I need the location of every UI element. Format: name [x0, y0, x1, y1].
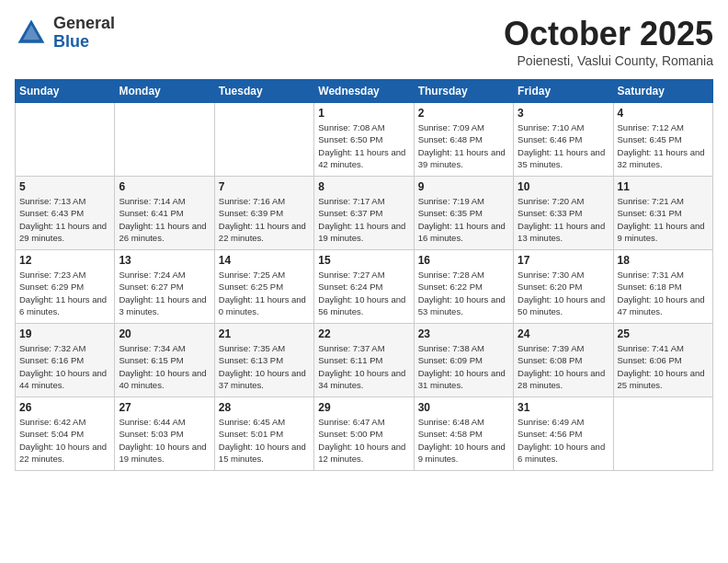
day-info: Sunrise: 7:27 AM Sunset: 6:24 PM Dayligh… — [318, 269, 409, 317]
day-info: Sunrise: 7:38 AM Sunset: 6:09 PM Dayligh… — [418, 342, 509, 391]
calendar-cell — [613, 397, 712, 471]
calendar-cell: 8Sunrise: 7:17 AM Sunset: 6:37 PM Daylig… — [314, 177, 414, 250]
header-day: Thursday — [414, 80, 513, 103]
day-number: 19 — [19, 327, 110, 340]
day-number: 22 — [318, 327, 409, 340]
day-info: Sunrise: 7:35 AM Sunset: 6:13 PM Dayligh… — [219, 342, 310, 391]
day-number: 6 — [119, 180, 210, 193]
calendar-week-row: 5Sunrise: 7:13 AM Sunset: 6:43 PM Daylig… — [16, 177, 713, 250]
day-info: Sunrise: 7:28 AM Sunset: 6:22 PM Dayligh… — [418, 269, 509, 317]
calendar-cell — [214, 103, 313, 177]
title-block: October 2025 Poienesti, Vaslui County, R… — [504, 15, 713, 68]
calendar-cell: 24Sunrise: 7:39 AM Sunset: 6:08 PM Dayli… — [514, 324, 613, 397]
page-header: General Blue October 2025 Poienesti, Vas… — [15, 15, 713, 68]
day-number: 2 — [418, 107, 509, 120]
day-info: Sunrise: 7:09 AM Sunset: 6:48 PM Dayligh… — [418, 121, 509, 170]
day-info: Sunrise: 7:24 AM Sunset: 6:27 PM Dayligh… — [119, 269, 210, 317]
header-day: Friday — [514, 80, 613, 103]
day-number: 29 — [318, 401, 409, 414]
day-info: Sunrise: 7:23 AM Sunset: 6:29 PM Dayligh… — [19, 269, 110, 317]
day-info: Sunrise: 7:14 AM Sunset: 6:41 PM Dayligh… — [119, 195, 210, 244]
day-info: Sunrise: 7:21 AM Sunset: 6:31 PM Dayligh… — [618, 195, 709, 244]
location: Poienesti, Vaslui County, Romania — [504, 53, 713, 68]
calendar-cell: 15Sunrise: 7:27 AM Sunset: 6:24 PM Dayli… — [314, 250, 414, 324]
calendar-week-row: 19Sunrise: 7:32 AM Sunset: 6:16 PM Dayli… — [16, 324, 713, 397]
day-number: 24 — [518, 327, 609, 340]
logo-icon — [15, 17, 48, 50]
day-number: 1 — [318, 107, 409, 120]
logo-blue-text: Blue — [53, 33, 115, 52]
calendar-cell: 3Sunrise: 7:10 AM Sunset: 6:46 PM Daylig… — [514, 103, 613, 177]
day-info: Sunrise: 6:42 AM Sunset: 5:04 PM Dayligh… — [19, 416, 110, 465]
day-info: Sunrise: 7:10 AM Sunset: 6:46 PM Dayligh… — [518, 121, 609, 170]
day-info: Sunrise: 6:45 AM Sunset: 5:01 PM Dayligh… — [219, 416, 310, 465]
day-info: Sunrise: 6:48 AM Sunset: 4:58 PM Dayligh… — [418, 416, 509, 465]
calendar-cell: 22Sunrise: 7:37 AM Sunset: 6:11 PM Dayli… — [314, 324, 414, 397]
calendar-cell: 29Sunrise: 6:47 AM Sunset: 5:00 PM Dayli… — [314, 397, 414, 471]
calendar-cell: 26Sunrise: 6:42 AM Sunset: 5:04 PM Dayli… — [16, 397, 115, 471]
header-day: Wednesday — [314, 80, 414, 103]
calendar-cell: 31Sunrise: 6:49 AM Sunset: 4:56 PM Dayli… — [514, 397, 613, 471]
calendar-cell: 16Sunrise: 7:28 AM Sunset: 6:22 PM Dayli… — [414, 250, 513, 324]
day-number: 27 — [119, 401, 210, 414]
day-info: Sunrise: 6:49 AM Sunset: 4:56 PM Dayligh… — [518, 416, 609, 465]
day-number: 4 — [618, 107, 709, 120]
day-number: 7 — [219, 180, 310, 193]
day-number: 25 — [618, 327, 709, 340]
month-title: October 2025 — [504, 15, 713, 53]
header-day: Saturday — [613, 80, 712, 103]
day-number: 20 — [119, 327, 210, 340]
day-info: Sunrise: 7:13 AM Sunset: 6:43 PM Dayligh… — [19, 195, 110, 244]
calendar-cell: 10Sunrise: 7:20 AM Sunset: 6:33 PM Dayli… — [514, 177, 613, 250]
calendar-cell: 21Sunrise: 7:35 AM Sunset: 6:13 PM Dayli… — [214, 324, 313, 397]
day-info: Sunrise: 6:44 AM Sunset: 5:03 PM Dayligh… — [119, 416, 210, 465]
day-number: 10 — [518, 180, 609, 193]
day-number: 13 — [119, 254, 210, 267]
calendar-cell: 25Sunrise: 7:41 AM Sunset: 6:06 PM Dayli… — [613, 324, 712, 397]
calendar-week-row: 12Sunrise: 7:23 AM Sunset: 6:29 PM Dayli… — [16, 250, 713, 324]
logo: General Blue — [15, 15, 115, 52]
logo-general-text: General — [53, 15, 115, 33]
day-info: Sunrise: 7:25 AM Sunset: 6:25 PM Dayligh… — [219, 269, 310, 317]
calendar-cell: 9Sunrise: 7:19 AM Sunset: 6:35 PM Daylig… — [414, 177, 513, 250]
day-info: Sunrise: 7:37 AM Sunset: 6:11 PM Dayligh… — [318, 342, 409, 391]
day-info: Sunrise: 7:39 AM Sunset: 6:08 PM Dayligh… — [518, 342, 609, 391]
calendar-cell: 2Sunrise: 7:09 AM Sunset: 6:48 PM Daylig… — [414, 103, 513, 177]
calendar-cell: 1Sunrise: 7:08 AM Sunset: 6:50 PM Daylig… — [314, 103, 414, 177]
header-day: Tuesday — [214, 80, 313, 103]
header-day: Sunday — [16, 80, 115, 103]
day-info: Sunrise: 7:31 AM Sunset: 6:18 PM Dayligh… — [618, 269, 709, 317]
day-number: 15 — [318, 254, 409, 267]
day-number: 21 — [219, 327, 310, 340]
day-number: 12 — [19, 254, 110, 267]
calendar-cell: 5Sunrise: 7:13 AM Sunset: 6:43 PM Daylig… — [16, 177, 115, 250]
calendar-cell: 14Sunrise: 7:25 AM Sunset: 6:25 PM Dayli… — [214, 250, 313, 324]
calendar-cell: 6Sunrise: 7:14 AM Sunset: 6:41 PM Daylig… — [115, 177, 214, 250]
calendar-cell: 4Sunrise: 7:12 AM Sunset: 6:45 PM Daylig… — [613, 103, 712, 177]
calendar-cell: 13Sunrise: 7:24 AM Sunset: 6:27 PM Dayli… — [115, 250, 214, 324]
calendar-cell: 11Sunrise: 7:21 AM Sunset: 6:31 PM Dayli… — [613, 177, 712, 250]
day-info: Sunrise: 7:20 AM Sunset: 6:33 PM Dayligh… — [518, 195, 609, 244]
day-number: 14 — [219, 254, 310, 267]
day-info: Sunrise: 7:30 AM Sunset: 6:20 PM Dayligh… — [518, 269, 609, 317]
day-number: 8 — [318, 180, 409, 193]
day-info: Sunrise: 7:32 AM Sunset: 6:16 PM Dayligh… — [19, 342, 110, 391]
calendar-cell: 7Sunrise: 7:16 AM Sunset: 6:39 PM Daylig… — [214, 177, 313, 250]
day-number: 26 — [19, 401, 110, 414]
day-info: Sunrise: 7:34 AM Sunset: 6:15 PM Dayligh… — [119, 342, 210, 391]
day-number: 31 — [518, 401, 609, 414]
day-number: 30 — [418, 401, 509, 414]
day-info: Sunrise: 7:08 AM Sunset: 6:50 PM Dayligh… — [318, 121, 409, 170]
header-row: SundayMondayTuesdayWednesdayThursdayFrid… — [16, 80, 713, 103]
calendar-cell: 28Sunrise: 6:45 AM Sunset: 5:01 PM Dayli… — [214, 397, 313, 471]
calendar-cell: 27Sunrise: 6:44 AM Sunset: 5:03 PM Dayli… — [115, 397, 214, 471]
calendar-cell: 12Sunrise: 7:23 AM Sunset: 6:29 PM Dayli… — [16, 250, 115, 324]
day-number: 3 — [518, 107, 609, 120]
day-info: Sunrise: 7:41 AM Sunset: 6:06 PM Dayligh… — [618, 342, 709, 391]
day-info: Sunrise: 7:17 AM Sunset: 6:37 PM Dayligh… — [318, 195, 409, 244]
day-number: 18 — [618, 254, 709, 267]
calendar-week-row: 1Sunrise: 7:08 AM Sunset: 6:50 PM Daylig… — [16, 103, 713, 177]
calendar-week-row: 26Sunrise: 6:42 AM Sunset: 5:04 PM Dayli… — [16, 397, 713, 471]
calendar-cell: 30Sunrise: 6:48 AM Sunset: 4:58 PM Dayli… — [414, 397, 513, 471]
calendar-table: SundayMondayTuesdayWednesdayThursdayFrid… — [15, 79, 713, 471]
